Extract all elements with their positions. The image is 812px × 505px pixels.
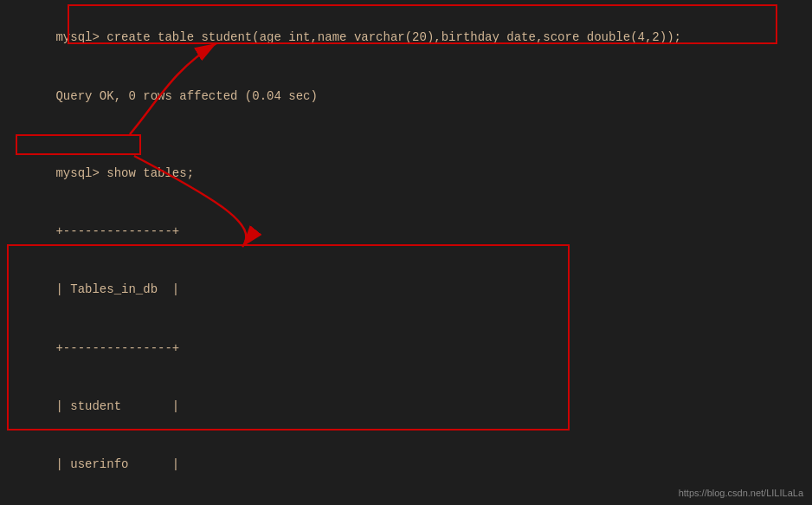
line-table-header: | Tables_in_db | bbox=[12, 261, 800, 319]
line-table-header-border: +---------------+ bbox=[12, 319, 800, 377]
line-2: Query OK, 0 rows affected (0.04 sec) bbox=[12, 67, 800, 125]
terminal-content: mysql> create table student(age int,name… bbox=[12, 9, 800, 505]
terminal-window: mysql> create table student(age int,name… bbox=[0, 0, 812, 505]
cmd-1: create table student(age int,name varcha… bbox=[106, 30, 681, 44]
watermark: https://blog.csdn.net/LILILaLa bbox=[679, 488, 803, 498]
line-student-row: | student | bbox=[12, 377, 800, 435]
line-blank-1 bbox=[12, 125, 800, 144]
line-show-tables-cmd: mysql> show tables; bbox=[12, 145, 800, 203]
prompt-1: mysql> bbox=[55, 30, 106, 44]
cmd-2: show tables; bbox=[106, 166, 194, 180]
output-query-ok: Query OK, 0 rows affected (0.04 sec) bbox=[55, 89, 317, 103]
line-table-border-top: +---------------+ bbox=[12, 203, 800, 261]
prompt-2: mysql> bbox=[55, 166, 106, 180]
line-1: mysql> create table student(age int,name… bbox=[12, 9, 800, 67]
line-userinfo-row: | userinfo | bbox=[12, 436, 800, 494]
